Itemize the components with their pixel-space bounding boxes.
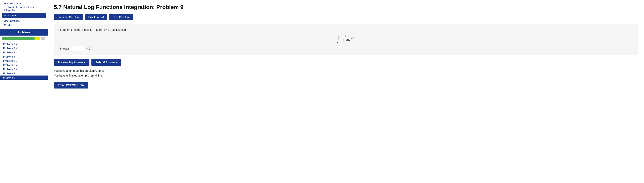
math-display: ∫ 1 1 + √8x dx [60, 35, 632, 42]
answer-row: Integral = + C [60, 46, 632, 51]
fraction: 1 1 + √8x [340, 35, 350, 42]
problem-list: Problem 1 ✓Problem 2 ✓Problem 3 ✓Problem… [0, 42, 48, 80]
sidebar-current-problem[interactable]: Problem 9 [2, 13, 46, 18]
sidebar-user-settings[interactable]: User Settings [0, 19, 48, 23]
dx-label: dx [351, 36, 355, 40]
problem-list-item[interactable]: Problem 8 ... [0, 71, 48, 76]
nav-buttons: Previous Problem Problem List Next Probl… [54, 14, 638, 20]
denominator: 1 + √8x [340, 38, 350, 42]
email-ta-button[interactable]: Email WeBWorK TA [54, 82, 88, 89]
progress-gray [41, 37, 45, 40]
sidebar-grades[interactable]: Grades [0, 23, 48, 27]
problem-instruction: (1 point) Find the indefinite integral b… [60, 28, 632, 31]
problem-list-button[interactable]: Problem List [85, 14, 108, 20]
sidebar-homework-sets-label: Homework Sets [0, 0, 48, 5]
problem-list-item[interactable]: Problem 3 ✓ [0, 50, 48, 55]
next-problem-button[interactable]: Next Problem [109, 14, 133, 20]
answer-label: Integral = [60, 47, 72, 50]
problem-list-item[interactable]: Problem 4 ✓ [0, 55, 48, 59]
attempt-line2: You have unlimited attempts remaining. [54, 73, 638, 78]
problem-list-item[interactable]: Problem 7 ✓ [0, 67, 48, 71]
page-title: 5.7 Natural Log Functions Integration: P… [54, 4, 638, 10]
integral-expression: ∫ 1 1 + √8x dx [337, 35, 355, 42]
problem-list-item[interactable]: Problem 9 [0, 76, 48, 80]
answer-input[interactable] [73, 46, 85, 51]
problem-box: (1 point) Find the indefinite integral b… [54, 24, 638, 55]
numerator: 1 [344, 35, 346, 38]
plus-c-label: + C [86, 47, 91, 50]
sidebar-problems-header: Problems [0, 29, 48, 36]
problem-list-item[interactable]: Problem 2 ✓ [0, 46, 48, 50]
progress-green [2, 37, 34, 40]
action-buttons: Preview My Answers Submit Answers [54, 59, 638, 66]
submit-answers-button[interactable]: Submit Answers [92, 59, 121, 66]
progress-yellow [35, 37, 40, 40]
sidebar: Homework Sets 5.7 Natural Log Functions … [0, 0, 48, 183]
main-content: 5.7 Natural Log Functions Integration: P… [48, 0, 644, 183]
problem-list-item[interactable]: Problem 1 ✓ [0, 42, 48, 46]
preview-answers-button[interactable]: Preview My Answers [54, 59, 90, 66]
previous-problem-button[interactable]: Previous Problem [54, 14, 83, 20]
italic-u: u [108, 28, 109, 31]
problem-list-item[interactable]: Problem 6 ✓ [0, 63, 48, 67]
sidebar-assignment-link[interactable]: 5.7 Natural Log Functions Integration [0, 5, 48, 12]
problem-list-item[interactable]: Problem 5 ✓ [0, 59, 48, 63]
attempt-line1: You have attempted this problem 0 times. [54, 69, 638, 73]
attempt-info: You have attempted this problem 0 times.… [54, 69, 638, 78]
integral-sign: ∫ [337, 35, 339, 42]
progress-bar [0, 36, 48, 42]
